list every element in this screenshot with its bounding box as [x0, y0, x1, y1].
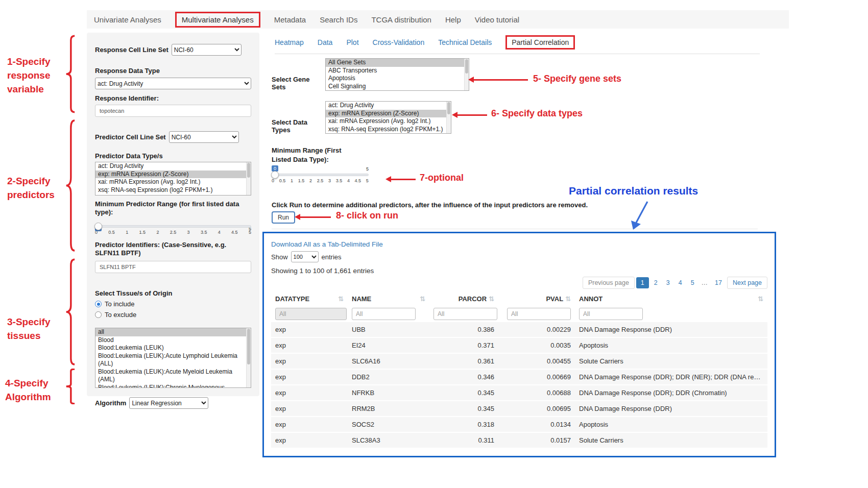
page-button-4[interactable]: 4 [675, 277, 686, 288]
response-identifier-label: Response Identifier: [95, 94, 251, 102]
scrollbar[interactable] [464, 59, 469, 90]
nav-tcga-distribution[interactable]: TCGA distribution [371, 15, 431, 24]
table-row: exp SLC38A3 0.311 0.0157 Solute Carriers [271, 432, 767, 448]
header-datatype[interactable]: DATATYPE [271, 292, 348, 306]
predictor-data-type-option[interactable]: xai: mRNA Expression (Avg. log2 Int.) [95, 178, 246, 186]
radio-to-include[interactable] [95, 301, 102, 307]
data-type-option[interactable]: xai: mRNA Expression (Avg. log2 Int.) [326, 117, 446, 126]
cell-name: SLC38A3 [348, 432, 429, 448]
gene-set-option[interactable]: Apoptosis [326, 75, 464, 83]
filter-name-input[interactable] [352, 308, 416, 320]
sort-icon[interactable] [758, 295, 763, 303]
predictor-cell-line-set-label: Predictor Cell Line Set [95, 133, 166, 141]
tissue-option-selected[interactable]: all [95, 328, 246, 336]
tissue-option[interactable]: Blood:Leukemia (LEUK):Acute Lymphoid Leu… [95, 352, 246, 368]
filter-datatype-input[interactable] [275, 308, 347, 320]
gene-set-option[interactable]: Cell Signaling [326, 83, 464, 91]
cell-annot: Solute Carriers [575, 353, 767, 369]
section-divider [272, 229, 758, 229]
nav-metadata[interactable]: Metadata [274, 15, 306, 24]
sort-icon[interactable] [489, 295, 494, 303]
tab-partial-correlation[interactable]: Partial Correlation [505, 35, 575, 50]
sort-icon[interactable] [565, 295, 571, 303]
algorithm-select[interactable]: Linear Regression [129, 397, 208, 409]
header-parcor[interactable]: PARCOR [429, 292, 498, 306]
min-range-label: Minimum Range (First Listed Data Type): [272, 146, 361, 164]
filter-annot-input[interactable] [579, 308, 643, 320]
page-button-1[interactable]: 1 [636, 277, 649, 288]
data-type-option[interactable]: xsq: RNA-seq Expression (log2 FPKM+1.) [326, 126, 446, 134]
nav-multivariate-analyses[interactable]: Multivariate Analyses [175, 12, 260, 28]
tick: 3 [328, 178, 331, 183]
predictor-identifiers-input[interactable] [95, 261, 251, 273]
tissue-option[interactable]: Blood:Leukemia (LEUK):Chronic Myelogenou… [95, 384, 246, 388]
nav-search-ids[interactable]: Search IDs [320, 15, 357, 24]
annotation-arrow-8 [297, 216, 331, 218]
page-button-17[interactable]: 17 [711, 277, 726, 288]
data-type-option-selected[interactable]: exp: mRNA Expression (Z-Score) [326, 110, 446, 118]
tab-technical-details[interactable]: Technical Details [438, 38, 492, 46]
response-cell-line-set-select[interactable]: NCI-60 [172, 44, 242, 56]
sort-icon[interactable] [338, 295, 344, 303]
page-button-2[interactable]: 2 [650, 277, 661, 288]
cell-name: DDB2 [348, 369, 429, 385]
scrollbar[interactable] [246, 162, 251, 195]
cell-pval: 0.0157 [498, 432, 575, 448]
filter-pval-input[interactable] [507, 308, 571, 320]
cell-name: SLC6A16 [348, 353, 429, 369]
slider-handle[interactable] [271, 171, 279, 179]
predictor-data-type-option[interactable]: act: Drug Activity [95, 162, 246, 170]
scrollbar[interactable] [246, 328, 251, 387]
response-cell-line-set-label: Response Cell Line Set [95, 46, 168, 54]
show-entries-select[interactable]: 100 [291, 251, 319, 262]
slider-track[interactable] [95, 225, 251, 228]
cell-name: RRM2B [348, 401, 429, 417]
tissue-option[interactable]: Blood:Leukemia (LEUK) [95, 344, 246, 352]
predictor-data-type-option[interactable]: xsq: RNA-seq Expression (log2 FPKM+1.) [95, 186, 246, 194]
gene-sets-listbox: All Gene Sets ABC Transporters Apoptosis… [325, 58, 469, 91]
response-data-type-select[interactable]: act: Drug Activity [95, 78, 251, 89]
page-button-5[interactable]: 5 [687, 277, 698, 288]
min-predictor-range-slider: 0 5 0 0.5 1 1.5 2 2.5 3 3.5 4 4.5 5 [95, 225, 251, 235]
sort-icon[interactable] [420, 295, 425, 303]
filter-parcor-input[interactable] [433, 308, 497, 320]
table-row: exp NFRKB 0.345 0.00688 DNA Damage Respo… [271, 385, 767, 401]
radio-to-exclude[interactable] [95, 311, 102, 318]
tab-data[interactable]: Data [318, 38, 333, 46]
slider-handle[interactable] [94, 223, 102, 230]
previous-page-button[interactable]: Previous page [583, 277, 635, 289]
annotation-step5: 5- Specify gene sets [533, 74, 621, 84]
nav-univariate-analyses[interactable]: Univariate Analyses [94, 15, 161, 24]
page-button-3[interactable]: 3 [663, 277, 673, 288]
table-filter-row [271, 306, 767, 322]
response-identifier-input[interactable] [95, 105, 251, 117]
tab-plot[interactable]: Plot [346, 38, 358, 46]
scrollbar-thumb[interactable] [247, 329, 250, 364]
table-row: exp SOCS2 0.318 0.0134 Apoptosis [271, 417, 767, 432]
next-page-button[interactable]: Next page [727, 277, 767, 289]
header-annot[interactable]: ANNOT [575, 292, 767, 306]
predictor-data-types-listbox: act: Drug Activity exp: mRNA Expression … [95, 162, 251, 196]
predictor-cell-line-set-select[interactable]: NCI-60 [169, 131, 239, 143]
tissue-option[interactable]: Blood:Leukemia (LEUK):Acute Myeloid Leuk… [95, 368, 246, 384]
scrollbar-thumb[interactable] [247, 163, 250, 178]
data-type-option[interactable]: act: Drug Activity [326, 102, 446, 110]
tab-heatmap[interactable]: Heatmap [275, 38, 304, 46]
header-pval[interactable]: PVAL [498, 292, 575, 306]
header-name[interactable]: NAME [348, 292, 429, 306]
showing-entries-text: Showing 1 to 100 of 1,661 entries [271, 267, 767, 275]
radio-to-exclude-label: To exclude [105, 311, 136, 319]
gene-set-option[interactable]: ABC Transporters [326, 67, 464, 75]
predictor-data-type-option-selected[interactable]: exp: mRNA Expression (Z-Score) [95, 170, 246, 179]
cell-annot: DNA Damage Response (DDR) [575, 322, 767, 337]
tab-cross-validation[interactable]: Cross-Validation [373, 38, 425, 46]
slider-track[interactable] [272, 174, 369, 176]
nav-video-tutorial[interactable]: Video tutorial [475, 15, 519, 24]
scrollbar-thumb[interactable] [465, 59, 468, 74]
gene-set-option-selected[interactable]: All Gene Sets [326, 59, 464, 67]
cell-pval: 0.00688 [498, 385, 575, 401]
tissue-option[interactable]: Blood [95, 336, 246, 345]
nav-help[interactable]: Help [445, 15, 461, 24]
download-link[interactable]: Download All as a Tab-Delimited File [271, 240, 383, 248]
annotation-step3: 3-Specify tissues [7, 315, 57, 343]
